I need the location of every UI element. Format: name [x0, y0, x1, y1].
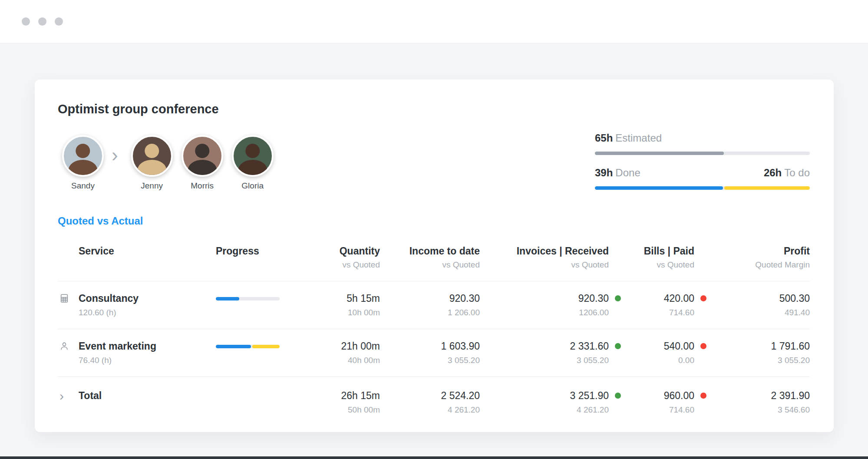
col-profit: Profit Quoted Margin	[706, 245, 810, 270]
team-member[interactable]: Gloria	[228, 135, 278, 191]
window-control-dot[interactable]	[22, 17, 30, 26]
service-rate: 120.60 (h)	[79, 308, 216, 317]
todo-label: To do	[784, 167, 810, 178]
member-name: Morris	[191, 181, 214, 191]
avatar[interactable]	[62, 135, 104, 177]
row-progress-done	[216, 297, 239, 300]
member-name: Gloria	[241, 181, 264, 191]
status-dot-green	[615, 393, 621, 399]
status-dot-red	[700, 393, 706, 399]
income-cell: 1 603.90 3 055.20	[380, 340, 480, 365]
window-title-bar	[0, 0, 868, 43]
bills-cell: 960.00 714.60	[621, 390, 706, 415]
services-table: Service Progress Quantity vs Quoted Inco…	[58, 241, 810, 426]
table-row[interactable]: Consultancy 120.60 (h) 5h 15m 10h 00m 92…	[58, 281, 810, 329]
avatar[interactable]	[182, 135, 223, 177]
col-quantity: Quantity vs Quoted	[280, 245, 380, 270]
team-row: Sandy › Jenny Morris Gloria	[58, 135, 278, 191]
window-control-dot[interactable]	[38, 17, 46, 26]
progress-cell	[216, 293, 280, 300]
status-dot-green	[615, 295, 621, 301]
col-service: Service	[79, 245, 216, 257]
status-dot-green	[615, 343, 621, 349]
quoted-vs-actual-link[interactable]: Quoted vs Actual	[58, 215, 143, 227]
member-name: Jenny	[141, 181, 163, 191]
service-name: Consultancy	[79, 293, 216, 304]
service-rate: 76.40 (h)	[79, 356, 216, 365]
project-card: Optimist group conference Sandy › Jenny …	[35, 79, 834, 432]
invoices-cell: 920.30 1206.00	[480, 293, 621, 317]
table-header: Service Progress Quantity vs Quoted Inco…	[58, 241, 810, 281]
avatar[interactable]	[232, 135, 274, 177]
done-label: Done	[615, 167, 640, 178]
bills-cell: 420.00 714.60	[621, 293, 706, 317]
estimated-progress-bar	[595, 152, 810, 155]
estimated-value: 65h	[595, 132, 613, 144]
done-todo-labels: 39hDone 26hTo do	[595, 167, 810, 178]
service-cell: Consultancy 120.60 (h)	[79, 293, 216, 317]
done-todo-progress-bar	[595, 186, 810, 190]
member-name: Sandy	[71, 181, 95, 191]
service-name: Event marketing	[79, 340, 216, 352]
income-cell: 2 524.20 4 261.20	[380, 390, 480, 415]
estimated-label: Estimated	[615, 132, 662, 144]
status-dot-red	[700, 295, 706, 301]
calculator-icon	[58, 293, 79, 305]
quantity-cell: 26h 15m 50h 00m	[280, 390, 380, 415]
row-progress-bar	[216, 345, 280, 348]
bottom-edge-strip	[0, 456, 868, 459]
todo-hours: 26hTo do	[764, 167, 810, 178]
income-cell: 920.30 1 206.00	[380, 293, 480, 317]
service-cell: Event marketing 76.40 (h)	[79, 340, 216, 365]
team-member[interactable]: Jenny	[127, 135, 177, 191]
expand-chevron-icon[interactable]: ›	[58, 390, 79, 402]
estimated-progress-fill	[595, 152, 724, 155]
col-invoices: Invoices | Received vs Quoted	[480, 245, 621, 270]
total-label: Total	[79, 390, 216, 401]
chevron-right-icon: ›	[112, 145, 118, 165]
profit-cell: 2 391.90 3 546.60	[706, 390, 810, 415]
estimated-hours: 65hEstimated	[595, 132, 810, 144]
invoices-cell: 3 251.90 4 261.20	[480, 390, 621, 415]
row-progress-done	[216, 345, 251, 348]
col-progress: Progress	[216, 245, 280, 257]
col-bills: Bills | Paid vs Quoted	[621, 245, 706, 270]
row-progress-bar	[216, 297, 280, 300]
table-total-row[interactable]: › Total 26h 15m 50h 00m 2 524.20 4 261.2…	[58, 377, 810, 426]
status-dot-red	[700, 343, 706, 349]
todo-value: 26h	[764, 167, 782, 178]
done-hours: 39hDone	[595, 167, 640, 178]
quantity-cell: 21h 00m 40h 00m	[280, 340, 380, 365]
service-cell: Total	[79, 390, 216, 401]
profit-cell: 1 791.60 3 055.20	[706, 340, 810, 365]
window-controls	[22, 17, 63, 26]
team-member-owner[interactable]: Sandy	[58, 135, 108, 191]
window-control-dot[interactable]	[55, 17, 63, 26]
avatar[interactable]	[131, 135, 173, 177]
done-value: 39h	[595, 167, 613, 178]
done-progress-fill	[595, 186, 723, 190]
progress-cell	[216, 340, 280, 348]
bills-cell: 540.00 0.00	[621, 340, 706, 365]
hours-summary: 65hEstimated 39hDone 26hTo do	[595, 132, 810, 190]
invoices-cell: 2 331.60 3 055.20	[480, 340, 621, 365]
profit-cell: 500.30 491.40	[706, 293, 810, 317]
person-icon	[58, 340, 79, 353]
page-title: Optimist group conference	[58, 102, 219, 116]
table-row[interactable]: Event marketing 76.40 (h) 21h 00m 40h 00…	[58, 329, 810, 377]
row-progress-todo	[252, 345, 280, 348]
quantity-cell: 5h 15m 10h 00m	[280, 293, 380, 317]
todo-progress-fill	[724, 186, 810, 190]
col-income: Income to date vs Quoted	[380, 245, 480, 270]
team-member[interactable]: Morris	[177, 135, 228, 191]
